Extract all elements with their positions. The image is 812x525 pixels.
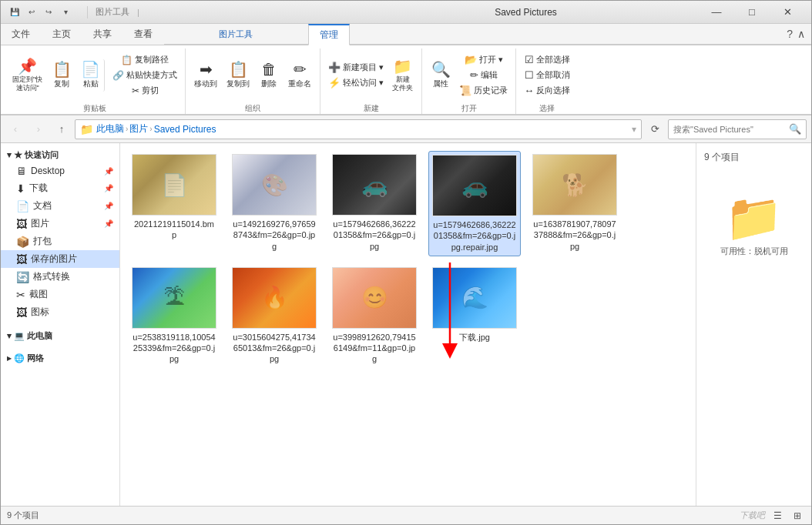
file-name-f3: u=1579462686,3622201358&fm=26&gp=0.jpg bbox=[332, 219, 417, 252]
ribbon-collapse-icon[interactable]: ∧ bbox=[797, 28, 805, 40]
search-input[interactable] bbox=[673, 125, 786, 134]
file-thumb-f1: 📄 bbox=[132, 154, 216, 216]
copy-btn[interactable]: 📋 复制 bbox=[48, 59, 75, 92]
edit-btn[interactable]: ✏ 编辑 bbox=[456, 68, 511, 82]
new-folder-btn[interactable]: 📁 新建文件夹 bbox=[388, 56, 417, 95]
crumb-pc[interactable]: 此电脑 bbox=[96, 122, 124, 135]
ribbon-group-clipboard: 📌 固定到"快速访问" 📋 复制 📄 粘贴 📋 复制路径 bbox=[4, 48, 186, 114]
sidebar-item-screenshot[interactable]: ✂ 截图 bbox=[1, 286, 119, 303]
toolbar-separator bbox=[87, 6, 88, 18]
qat-undo[interactable]: ↩ bbox=[24, 5, 39, 20]
properties-btn[interactable]: 🔍 属性 bbox=[427, 59, 455, 92]
sidebar-item-pictures[interactable]: 🖼 图片 📌 bbox=[1, 215, 119, 232]
sidebar-section-network[interactable]: ▸ 🌐 网络 bbox=[1, 349, 119, 366]
ribbon-help-icon[interactable]: ? bbox=[787, 28, 793, 40]
tab-share[interactable]: 共享 bbox=[82, 24, 123, 45]
copy-to-btn[interactable]: 📋 复制到 bbox=[223, 59, 253, 92]
file-item-f7[interactable]: 🔥 u=3015604275,4173465013&fm=26&gp=0.jpg bbox=[228, 264, 320, 368]
invert-select-btn[interactable]: ↔ 反向选择 bbox=[521, 83, 573, 98]
file-name-f6: u=2538319118,1005425339&fm=26&gp=0.jpg bbox=[132, 332, 216, 365]
file-item-f9[interactable]: 🌊 下载.jpg bbox=[428, 264, 521, 368]
qat-save[interactable]: 💾 bbox=[7, 5, 22, 20]
sidebar-item-desktop[interactable]: 🖥 Desktop 📌 bbox=[1, 162, 119, 179]
sidebar-item-docs[interactable]: 📄 文档 📌 bbox=[1, 197, 119, 215]
tab-file[interactable]: 文件 bbox=[1, 24, 42, 45]
back-btn[interactable]: ‹ bbox=[5, 119, 25, 139]
sidebar-item-download[interactable]: ⬇ 下载 📌 bbox=[1, 179, 119, 197]
organize-label: 组织 bbox=[190, 102, 315, 114]
grid-view-btn[interactable]: ⊞ bbox=[790, 508, 805, 523]
paste-shortcut-btn[interactable]: 🔗 粘贴快捷方式 bbox=[109, 68, 180, 82]
file-name-f9: 下载.jpg bbox=[459, 332, 490, 343]
sidebar-item-icons[interactable]: 🖼 图标 bbox=[1, 303, 119, 321]
title-bar: 💾 ↩ ↪ ▾ 图片工具 | Saved Pictures — □ ✕ bbox=[1, 1, 811, 24]
sidebar-item-convert[interactable]: 🔄 格式转换 bbox=[1, 268, 119, 286]
maximize-button[interactable]: □ bbox=[734, 1, 770, 24]
search-icon[interactable]: 🔍 bbox=[789, 123, 801, 135]
new-item-btn[interactable]: ➕ 新建项目 ▾ bbox=[325, 60, 387, 75]
folder-icon: 📁 bbox=[80, 123, 93, 135]
sidebar-section-quick-access[interactable]: ▾ ★ 快速访问 bbox=[1, 146, 119, 162]
tab-manage[interactable]: 管理 bbox=[308, 24, 350, 45]
right-panel: 9 个项目 📁 可用性：脱机可用 bbox=[696, 143, 811, 506]
copy-path-btn[interactable]: 📋 复制路径 bbox=[109, 52, 180, 67]
file-item-f1[interactable]: 📄 20211219115014.bmp bbox=[128, 151, 220, 256]
ribbon-group-organize: ➡ 移动到 📋 复制到 🗑 删除 ✏ 重命名 组织 bbox=[186, 48, 320, 114]
select-all-btn[interactable]: ☑ 全部选择 bbox=[521, 52, 573, 67]
file-thumb-f8: 😊 bbox=[332, 267, 417, 329]
folder-availability: 可用性：脱机可用 bbox=[720, 246, 788, 257]
sidebar-section-computer[interactable]: ▾ 💻 此电脑 bbox=[1, 327, 119, 343]
history-btn[interactable]: 📜 历史记录 bbox=[456, 83, 511, 98]
file-thumb-f2: 🎨 bbox=[232, 154, 317, 216]
quick-access-toolbar: 💾 ↩ ↪ ▾ bbox=[7, 5, 73, 20]
up-btn[interactable]: ↑ bbox=[52, 119, 72, 139]
ribbon-group-select: ☑ 全部选择 ☐ 全部取消 ↔ 反向选择 选择 bbox=[516, 48, 578, 114]
cut-btn[interactable]: ✂ 剪切 bbox=[109, 83, 180, 98]
file-name-f2: u=1492169276,976598743&fm=26&gp=0.jpg bbox=[232, 219, 317, 252]
tab-home[interactable]: 主页 bbox=[42, 24, 82, 45]
file-item-f8[interactable]: 😊 u=3998912620,794156149&fm=11&gp=0.jpg bbox=[328, 264, 421, 368]
rename-btn[interactable]: ✏ 重命名 bbox=[284, 59, 315, 92]
main-area: ▾ ★ 快速访问 🖥 Desktop 📌 ⬇ 下载 📌 📄 文档 📌 🖼 图片 … bbox=[1, 143, 811, 506]
sidebar-item-saved-pictures[interactable]: 🖼 保存的图片 bbox=[1, 250, 119, 268]
delete-btn[interactable]: 🗑 删除 bbox=[255, 59, 283, 92]
close-button[interactable]: ✕ bbox=[770, 1, 805, 24]
crumb-saved-pictures[interactable]: Saved Pictures bbox=[154, 124, 216, 135]
move-to-btn[interactable]: ➡ 移动到 bbox=[190, 59, 221, 92]
file-item-f2[interactable]: 🎨 u=1492169276,976598743&fm=26&gp=0.jpg bbox=[228, 151, 320, 256]
paste-btn[interactable]: 📄 粘贴 bbox=[77, 59, 105, 92]
address-bar[interactable]: 📁 此电脑 › 图片 › Saved Pictures ▾ bbox=[75, 119, 642, 139]
file-name-f5: u=1638781907,7809737888&fm=26&gp=0.jpg bbox=[532, 219, 617, 252]
content-area: 📄 20211219115014.bmp 🎨 u=1492169276,9765… bbox=[120, 143, 696, 506]
forward-btn[interactable]: › bbox=[29, 119, 49, 139]
qat-redo[interactable]: ↪ bbox=[41, 5, 56, 20]
ribbon: 文件 主页 共享 查看 图片工具 管理 ? ∧ 📌 固定到"快 bbox=[1, 24, 811, 115]
tool-tab-ribbon-label: 图片工具 bbox=[214, 28, 257, 40]
address-dropdown[interactable]: ▾ bbox=[632, 124, 636, 135]
qat-dropdown[interactable]: ▾ bbox=[58, 5, 73, 20]
open-btn[interactable]: 📂 打开 ▾ bbox=[456, 52, 511, 67]
deselect-all-btn[interactable]: ☐ 全部取消 bbox=[521, 68, 573, 82]
sidebar-item-pack[interactable]: 📦 打包 bbox=[1, 232, 119, 250]
file-item-f6[interactable]: 🏝 u=2538319118,1005425339&fm=26&gp=0.jpg bbox=[128, 264, 220, 368]
easy-access-btn[interactable]: ⚡ 轻松访问 ▾ bbox=[325, 75, 387, 90]
file-item-f3[interactable]: 🚗 u=1579462686,3622201358&fm=26&gp=0.jpg bbox=[328, 151, 421, 256]
nav-bar: ‹ › ↑ 📁 此电脑 › 图片 › Saved Pictures ▾ ⟳ 🔍 bbox=[1, 115, 811, 143]
new-label: 新建 bbox=[325, 102, 417, 114]
file-item-f5[interactable]: 🐕 u=1638781907,7809737888&fm=26&gp=0.jpg bbox=[528, 151, 621, 256]
file-item-f4[interactable]: 🚗 u=1579462686,3622201358&fm=26&gp=0.jpg… bbox=[428, 151, 521, 256]
ribbon-group-open: 🔍 属性 📂 打开 ▾ ✏ 编辑 📜 历史记录 bbox=[422, 48, 516, 114]
refresh-btn[interactable]: ⟳ bbox=[645, 119, 665, 139]
file-thumb-f3: 🚗 bbox=[332, 154, 417, 216]
crumb-pictures[interactable]: 图片 bbox=[129, 122, 148, 135]
tab-view[interactable]: 查看 bbox=[123, 24, 164, 45]
ribbon-tabs: 文件 主页 共享 查看 图片工具 管理 ? ∧ bbox=[1, 24, 811, 45]
tool-tab-label: 图片工具 bbox=[96, 6, 129, 18]
pin-quick-access-btn[interactable]: 📌 固定到"快速访问" bbox=[8, 56, 46, 95]
minimize-button[interactable]: — bbox=[699, 1, 734, 24]
list-view-btn[interactable]: ☰ bbox=[770, 508, 785, 523]
window-controls: — □ ✕ bbox=[699, 1, 805, 24]
window-title: Saved Pictures bbox=[353, 7, 699, 18]
watermark: 下载吧 bbox=[740, 510, 765, 521]
sidebar: ▾ ★ 快速访问 🖥 Desktop 📌 ⬇ 下载 📌 📄 文档 📌 🖼 图片 … bbox=[1, 143, 120, 506]
